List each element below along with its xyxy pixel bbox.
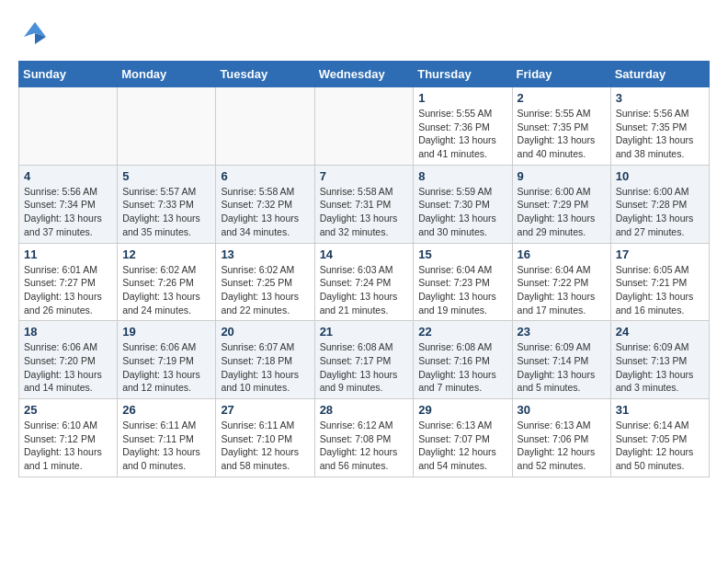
day-of-week-header: Sunday xyxy=(19,62,118,87)
calendar-cell: 13Sunrise: 6:02 AM Sunset: 7:25 PM Dayli… xyxy=(216,243,314,321)
calendar-cell: 8Sunrise: 5:59 AM Sunset: 7:30 PM Daylig… xyxy=(414,165,512,243)
calendar-cell: 19Sunrise: 6:06 AM Sunset: 7:19 PM Dayli… xyxy=(118,321,216,399)
day-info: Sunrise: 6:11 AM Sunset: 7:10 PM Dayligh… xyxy=(221,419,309,473)
calendar-cell: 30Sunrise: 6:13 AM Sunset: 7:06 PM Dayli… xyxy=(512,399,610,477)
day-number: 4 xyxy=(24,169,112,183)
day-info: Sunrise: 5:59 AM Sunset: 7:30 PM Dayligh… xyxy=(418,185,506,239)
calendar-cell: 9Sunrise: 6:00 AM Sunset: 7:29 PM Daylig… xyxy=(512,165,610,243)
page-header xyxy=(18,18,710,52)
calendar-cell: 2Sunrise: 5:55 AM Sunset: 7:35 PM Daylig… xyxy=(512,87,610,166)
day-number: 9 xyxy=(518,169,606,183)
day-of-week-header: Monday xyxy=(118,62,216,87)
day-number: 1 xyxy=(418,91,506,105)
day-info: Sunrise: 6:06 AM Sunset: 7:19 PM Dayligh… xyxy=(122,340,210,395)
day-info: Sunrise: 5:58 AM Sunset: 7:32 PM Dayligh… xyxy=(221,185,309,239)
day-info: Sunrise: 6:08 AM Sunset: 7:16 PM Dayligh… xyxy=(418,340,506,395)
day-info: Sunrise: 5:57 AM Sunset: 7:33 PM Dayligh… xyxy=(122,185,210,239)
day-number: 17 xyxy=(616,247,704,261)
day-number: 8 xyxy=(418,169,506,183)
day-number: 31 xyxy=(616,403,704,417)
day-number: 24 xyxy=(616,325,704,339)
day-number: 12 xyxy=(122,247,210,261)
calendar-week-row: 11Sunrise: 6:01 AM Sunset: 7:27 PM Dayli… xyxy=(19,243,710,321)
day-info: Sunrise: 6:10 AM Sunset: 7:12 PM Dayligh… xyxy=(24,419,112,473)
day-info: Sunrise: 6:00 AM Sunset: 7:29 PM Dayligh… xyxy=(518,185,606,239)
calendar-cell: 16Sunrise: 6:04 AM Sunset: 7:22 PM Dayli… xyxy=(512,243,610,321)
day-info: Sunrise: 6:09 AM Sunset: 7:13 PM Dayligh… xyxy=(616,340,704,395)
calendar-cell: 3Sunrise: 5:56 AM Sunset: 7:35 PM Daylig… xyxy=(610,87,709,166)
calendar-week-row: 25Sunrise: 6:10 AM Sunset: 7:12 PM Dayli… xyxy=(19,399,710,477)
day-info: Sunrise: 5:55 AM Sunset: 7:35 PM Dayligh… xyxy=(518,107,606,161)
day-info: Sunrise: 6:01 AM Sunset: 7:27 PM Dayligh… xyxy=(24,263,112,317)
day-number: 20 xyxy=(221,325,309,339)
day-info: Sunrise: 5:56 AM Sunset: 7:35 PM Dayligh… xyxy=(616,107,704,161)
day-of-week-header: Friday xyxy=(512,62,610,87)
day-number: 3 xyxy=(616,91,704,105)
day-info: Sunrise: 6:13 AM Sunset: 7:07 PM Dayligh… xyxy=(418,419,506,473)
day-number: 7 xyxy=(320,169,409,183)
day-info: Sunrise: 6:11 AM Sunset: 7:11 PM Dayligh… xyxy=(122,419,210,473)
day-of-week-header: Thursday xyxy=(414,62,512,87)
calendar-cell: 25Sunrise: 6:10 AM Sunset: 7:12 PM Dayli… xyxy=(19,399,118,477)
day-number: 6 xyxy=(221,169,309,183)
calendar-cell: 28Sunrise: 6:12 AM Sunset: 7:08 PM Dayli… xyxy=(314,399,414,477)
day-of-week-header: Saturday xyxy=(610,62,709,87)
day-info: Sunrise: 6:04 AM Sunset: 7:23 PM Dayligh… xyxy=(418,263,506,317)
calendar-table: SundayMondayTuesdayWednesdayThursdayFrid… xyxy=(18,61,710,477)
day-number: 27 xyxy=(221,403,309,417)
calendar-cell xyxy=(19,87,118,166)
day-number: 15 xyxy=(418,247,506,261)
calendar-cell: 6Sunrise: 5:58 AM Sunset: 7:32 PM Daylig… xyxy=(216,165,314,243)
day-info: Sunrise: 6:06 AM Sunset: 7:20 PM Dayligh… xyxy=(24,340,112,395)
day-number: 5 xyxy=(122,169,210,183)
calendar-cell: 15Sunrise: 6:04 AM Sunset: 7:23 PM Dayli… xyxy=(414,243,512,321)
calendar-cell: 29Sunrise: 6:13 AM Sunset: 7:07 PM Dayli… xyxy=(414,399,512,477)
calendar-week-row: 4Sunrise: 5:56 AM Sunset: 7:34 PM Daylig… xyxy=(19,165,710,243)
day-info: Sunrise: 6:09 AM Sunset: 7:14 PM Dayligh… xyxy=(518,340,606,395)
calendar-cell: 11Sunrise: 6:01 AM Sunset: 7:27 PM Dayli… xyxy=(19,243,118,321)
calendar-week-row: 1Sunrise: 5:55 AM Sunset: 7:36 PM Daylig… xyxy=(19,87,710,166)
day-info: Sunrise: 6:12 AM Sunset: 7:08 PM Dayligh… xyxy=(320,419,409,473)
calendar-header-row: SundayMondayTuesdayWednesdayThursdayFrid… xyxy=(19,62,710,87)
day-info: Sunrise: 6:08 AM Sunset: 7:17 PM Dayligh… xyxy=(320,340,409,395)
day-number: 18 xyxy=(24,325,112,339)
day-number: 28 xyxy=(320,403,409,417)
calendar-cell xyxy=(314,87,414,166)
day-number: 16 xyxy=(518,247,606,261)
calendar-cell: 12Sunrise: 6:02 AM Sunset: 7:26 PM Dayli… xyxy=(118,243,216,321)
calendar-cell: 4Sunrise: 5:56 AM Sunset: 7:34 PM Daylig… xyxy=(19,165,118,243)
calendar-cell: 10Sunrise: 6:00 AM Sunset: 7:28 PM Dayli… xyxy=(610,165,709,243)
day-number: 23 xyxy=(518,325,606,339)
day-info: Sunrise: 6:07 AM Sunset: 7:18 PM Dayligh… xyxy=(221,340,309,395)
day-number: 10 xyxy=(616,169,704,183)
day-number: 25 xyxy=(24,403,112,417)
day-info: Sunrise: 6:00 AM Sunset: 7:28 PM Dayligh… xyxy=(616,185,704,239)
logo-icon xyxy=(18,18,51,52)
calendar-cell: 24Sunrise: 6:09 AM Sunset: 7:13 PM Dayli… xyxy=(610,321,709,399)
calendar-cell: 20Sunrise: 6:07 AM Sunset: 7:18 PM Dayli… xyxy=(216,321,314,399)
day-number: 2 xyxy=(518,91,606,105)
day-info: Sunrise: 5:56 AM Sunset: 7:34 PM Dayligh… xyxy=(24,185,112,239)
day-number: 29 xyxy=(418,403,506,417)
calendar-week-row: 18Sunrise: 6:06 AM Sunset: 7:20 PM Dayli… xyxy=(19,321,710,399)
calendar-cell: 1Sunrise: 5:55 AM Sunset: 7:36 PM Daylig… xyxy=(414,87,512,166)
calendar-cell xyxy=(216,87,314,166)
calendar-cell: 5Sunrise: 5:57 AM Sunset: 7:33 PM Daylig… xyxy=(118,165,216,243)
calendar-cell: 14Sunrise: 6:03 AM Sunset: 7:24 PM Dayli… xyxy=(314,243,414,321)
logo xyxy=(18,18,57,52)
day-info: Sunrise: 6:13 AM Sunset: 7:06 PM Dayligh… xyxy=(518,419,606,473)
calendar-cell: 21Sunrise: 6:08 AM Sunset: 7:17 PM Dayli… xyxy=(314,321,414,399)
day-info: Sunrise: 5:55 AM Sunset: 7:36 PM Dayligh… xyxy=(418,107,506,161)
day-number: 13 xyxy=(221,247,309,261)
calendar-cell: 18Sunrise: 6:06 AM Sunset: 7:20 PM Dayli… xyxy=(19,321,118,399)
calendar-cell xyxy=(118,87,216,166)
calendar-cell: 22Sunrise: 6:08 AM Sunset: 7:16 PM Dayli… xyxy=(414,321,512,399)
day-info: Sunrise: 6:02 AM Sunset: 7:26 PM Dayligh… xyxy=(122,263,210,317)
day-number: 14 xyxy=(320,247,409,261)
day-info: Sunrise: 6:04 AM Sunset: 7:22 PM Dayligh… xyxy=(518,263,606,317)
day-info: Sunrise: 6:02 AM Sunset: 7:25 PM Dayligh… xyxy=(221,263,309,317)
calendar-cell: 27Sunrise: 6:11 AM Sunset: 7:10 PM Dayli… xyxy=(216,399,314,477)
day-number: 19 xyxy=(122,325,210,339)
calendar-cell: 23Sunrise: 6:09 AM Sunset: 7:14 PM Dayli… xyxy=(512,321,610,399)
day-info: Sunrise: 6:05 AM Sunset: 7:21 PM Dayligh… xyxy=(616,263,704,317)
